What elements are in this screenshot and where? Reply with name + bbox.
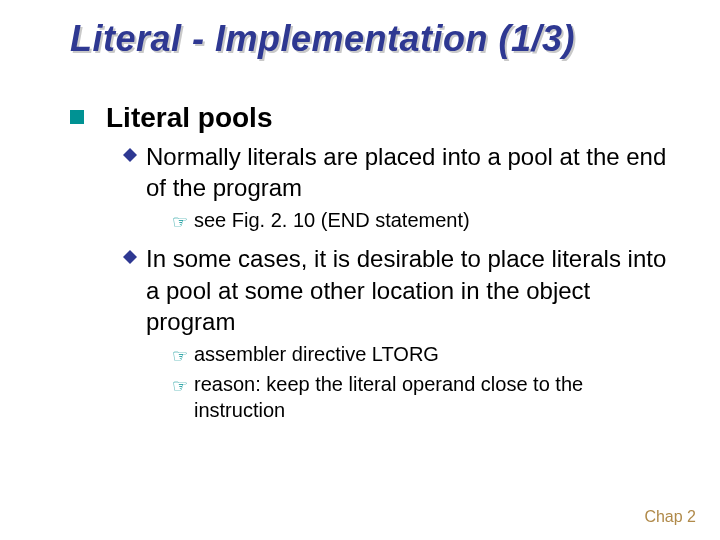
diamond-bullet-icon [122, 249, 138, 265]
slide-body: Literal pools Normally literals are plac… [70, 100, 670, 423]
bullet-lvl2: Normally literals are placed into a pool… [122, 141, 670, 203]
bullet-lvl2: In some cases, it is desirable to place … [122, 243, 670, 337]
lvl2-text: Normally literals are placed into a pool… [146, 141, 670, 203]
bullet-lvl3: ☞ see Fig. 2. 10 (END statement) [172, 207, 670, 233]
pointer-bullet-icon: ☞ [172, 211, 188, 233]
svg-marker-1 [123, 250, 137, 264]
slide: Literal - Implementation (1/3) Literal p… [0, 0, 720, 540]
bullet-lvl3: ☞ assembler directive LTORG [172, 341, 670, 367]
lvl3-text: assembler directive LTORG [194, 341, 439, 367]
bullet-lvl1: Literal pools [70, 100, 670, 135]
footer-chapter: Chap 2 [644, 508, 696, 526]
svg-marker-0 [123, 148, 137, 162]
pointer-bullet-icon: ☞ [172, 345, 188, 367]
bullet-lvl3: ☞ reason: keep the literal operand close… [172, 371, 670, 423]
lvl1-text: Literal pools [106, 100, 272, 135]
pointer-bullet-icon: ☞ [172, 375, 188, 397]
diamond-bullet-icon [122, 147, 138, 163]
slide-title: Literal - Implementation (1/3) [70, 18, 680, 60]
square-bullet-icon [70, 110, 84, 124]
lvl3-text: see Fig. 2. 10 (END statement) [194, 207, 470, 233]
lvl2-text: In some cases, it is desirable to place … [146, 243, 670, 337]
lvl3-text: reason: keep the literal operand close t… [194, 371, 670, 423]
